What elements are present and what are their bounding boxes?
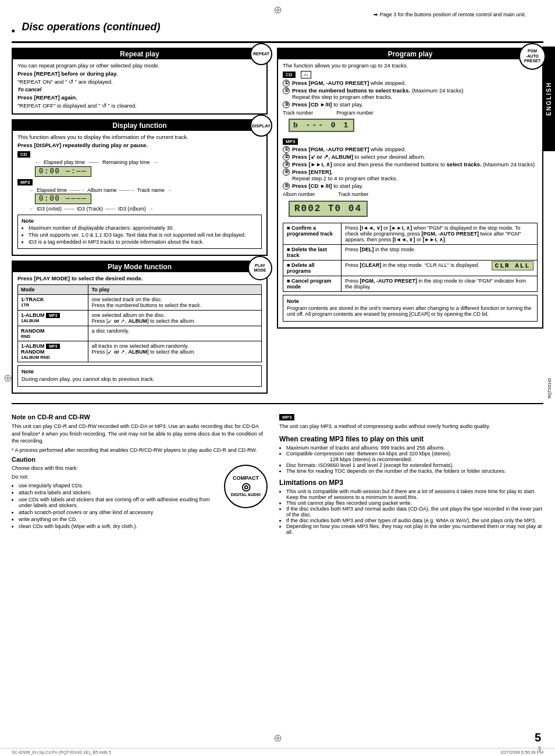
play-mode-table: Mode To play 1-TRACK1TR one selected tra… [17, 284, 262, 362]
program-play-title: Program play [278, 49, 542, 59]
main-columns: REPEAT Repeat play You can repeat progra… [12, 48, 543, 398]
display-desc: This function allows you to display the … [17, 134, 262, 140]
when-creating-item-1: Maximum number of tracks and albums: 999… [286, 445, 543, 451]
repeat-play-section: Repeat play You can repeat program play … [12, 48, 268, 115]
display-function-title: Display function [13, 120, 266, 131]
display-note-box: Note Maximum number of displayable chara… [17, 215, 262, 249]
mp3-badge-row: MP3 [17, 179, 262, 186]
section-title-bar: ■ Disc operations (continued) [12, 21, 543, 43]
cd-rw-text: This unit can play CD-R and CD-RW record… [12, 423, 268, 445]
cd-diagram: ← Elapsed play time —— Remaining play ti… [29, 159, 262, 177]
program-number-label: Program number [336, 110, 373, 116]
clr-all-lcd: CLR ALL [492, 261, 533, 270]
pgm-mp3-badge-row: MP3 [283, 138, 538, 145]
desc-random: a disc randomly. [88, 326, 262, 341]
mode-random: RANDOMRND [18, 326, 88, 341]
play-mode-content: Press [PLAY MODE] to select the desired … [13, 272, 266, 393]
mp3-step-5: ⑤ Press [CD ►/II] to start play. [283, 183, 538, 189]
top-reference-note: ➡ Page 3 for the buttons position of rem… [12, 12, 526, 17]
mode-1album: 1-ALBUM MP31ALBUM [18, 311, 88, 326]
mode-1track: 1-TRACK1TR [18, 295, 88, 311]
display-desc-bold: Press [DISPLAY] repeatedly during play o… [17, 142, 148, 148]
mode-col-header: Mode [18, 285, 88, 295]
caution-text-area: Choose discs with this mark: Do not: use… [12, 465, 219, 530]
cd-lcd-track: b --- 0 1 [289, 119, 354, 132]
footer-left: SC-EN36_En,Sp,Cz,Po (RQTX0142-1E)_B5.ind… [12, 750, 111, 755]
mp3-bottom-badge: MP3 [279, 414, 294, 420]
repeat-desc2: Press [REPEAT] before or during play. [17, 70, 118, 77]
pgm-cd-row: CD ▭ [283, 71, 538, 79]
pgm-mp3-badge: MP3 [283, 138, 298, 145]
play-mode-note-box: Note During random play, you cannot skip… [17, 365, 262, 387]
play-mode-heading: Press [PLAY MODE] to select the desired … [17, 275, 262, 281]
display-icon: DISPLAY [250, 115, 272, 137]
limitations-item-2: This unit cannot play files recorded usi… [286, 500, 543, 506]
mp3-step-1: ① Press [PGM, -AUTO PRESET] while stoppe… [283, 146, 538, 152]
repeat-icon: REPEAT [250, 43, 272, 65]
table-row: 1-ALBUM MP3RANDOM1ALBUM RND all tracks i… [18, 341, 262, 362]
delete-last-label: ■ Delete the last track [283, 244, 341, 260]
album-number-label: Album number [283, 191, 315, 197]
caution-item-3: use CDs with labels and stickers that ar… [19, 497, 219, 508]
page: ⊕ ➡ Page 3 for the buttons position of r… [0, 0, 555, 756]
main-title: Disc operations (continued) [22, 21, 160, 34]
when-creating-item-4: The time for reading TOC depends on the … [286, 468, 543, 474]
track-number-label2: Track number [338, 191, 368, 197]
display-icon-container: DISPLAY [250, 115, 272, 137]
repeat-play-title: Repeat play [13, 49, 266, 59]
display-note-item-1: Maximum number of displayable characters… [29, 225, 258, 231]
left-column: REPEAT Repeat play You can repeat progra… [12, 48, 268, 398]
crosshair-bottom: ⊕ [273, 732, 282, 744]
title-bullet: ■ [12, 28, 15, 34]
cd-diagram-line: ← Elapsed play time —— Remaining play ti… [29, 159, 262, 165]
mp3-steps-list: ① Press [PGM, -AUTO PRESET] while stoppe… [283, 146, 538, 189]
program-note-title: Note [287, 298, 533, 304]
cd-steps-list: ① Press [PGM, -AUTO PRESET] while stoppe… [283, 80, 538, 108]
cd-step-1: ① Press [PGM, -AUTO PRESET] while stoppe… [283, 80, 538, 86]
cancel-prog-label: ■ Cancel program mode [283, 276, 341, 291]
caution-item-2: attach extra labels and stickers. [19, 490, 219, 495]
cd-step-2: ② Press the numbered buttons to select t… [283, 87, 538, 100]
cd-rw-footnote: * A process performed after recording th… [12, 447, 268, 454]
display-function-content: This function allows you to display the … [13, 131, 266, 255]
program-play-content: The function allows you to program up to… [278, 59, 542, 327]
cd-step-3: ③ Press [CD ►/II] to start play. [283, 101, 538, 108]
limitations-heading: Limitations on MP3 [279, 479, 543, 487]
prog-row-delete-all: ■ Delete all programs Press [CLEAR] in t… [283, 260, 538, 276]
separator [12, 403, 543, 404]
display-note-item-2: This unit supports ver. 1.0 & 1.1 ID3 ta… [29, 232, 258, 238]
mp3-diagram: ← Elapsed time ——→ Album name ——→ Track … [29, 187, 262, 212]
pgm-icon-container: PGM-AUTOPRESET [519, 43, 546, 70]
repeat-desc3: "REPEAT ON" and " ↺ " are displayed. [17, 79, 262, 85]
rqtx-label: RQTX0142 [547, 378, 552, 398]
footer: SC-EN36_En,Sp,Cz,Po (RQTX0142-1E)_B5.ind… [0, 748, 555, 756]
confirm-label: ■ Confirm a programmed track [283, 223, 341, 244]
cd-badge-row: CD [17, 151, 262, 158]
table-row: 1-ALBUM MP31ALBUM one selected album on … [18, 311, 262, 326]
track-number-label: Track number [283, 110, 313, 116]
mp3-lcd-display: 0:00 ———— [35, 194, 91, 204]
compact-disc-logo: COMPACT ◎ DIGITAL AUDIO [224, 465, 268, 508]
display-note-item-3: ID3 is a tag embedded in MP3 tracks to p… [29, 239, 258, 245]
lcd-album-labels: Album number Track number [283, 191, 538, 197]
play-mode-title: Play Mode function [13, 262, 266, 272]
cancel-bold: Press [REPEAT] again. [17, 94, 77, 101]
elapsed-label: Elapsed play time [44, 159, 85, 165]
play-mode-section: Play Mode function Press [PLAY MODE] to … [12, 261, 268, 394]
caution-item-5: write anything on the CD. [19, 516, 219, 522]
mp3-top-row: ← Elapsed time ——→ Album name ——→ Track … [29, 187, 262, 193]
pgm-cd-badge: CD [283, 72, 296, 78]
do-not-text: Do not: [12, 473, 219, 481]
cd-rw-heading: Note on CD-R and CD-RW [12, 413, 268, 420]
when-creating-list: Maximum number of tracks and albums: 999… [279, 445, 543, 474]
album-name-label: Album name [87, 187, 117, 193]
when-creating-item-2: Compatible compression rate: Between 64 … [286, 451, 543, 462]
limitations-item-4: If the disc includes both MP3 and other … [286, 518, 543, 523]
cd-lcd-display: 0:00 —:—— [35, 166, 91, 177]
play-mode-icon: PLAYMODE [248, 256, 272, 280]
program-play-section: Program play The function allows you to … [277, 48, 543, 329]
table-row: RANDOMRND a disc randomly. [18, 326, 262, 341]
caution-item-1: use irregularly shaped CDs. [19, 483, 219, 488]
pgm-icon: PGM-AUTOPRESET [519, 43, 546, 70]
cd-badge: CD [17, 151, 30, 158]
